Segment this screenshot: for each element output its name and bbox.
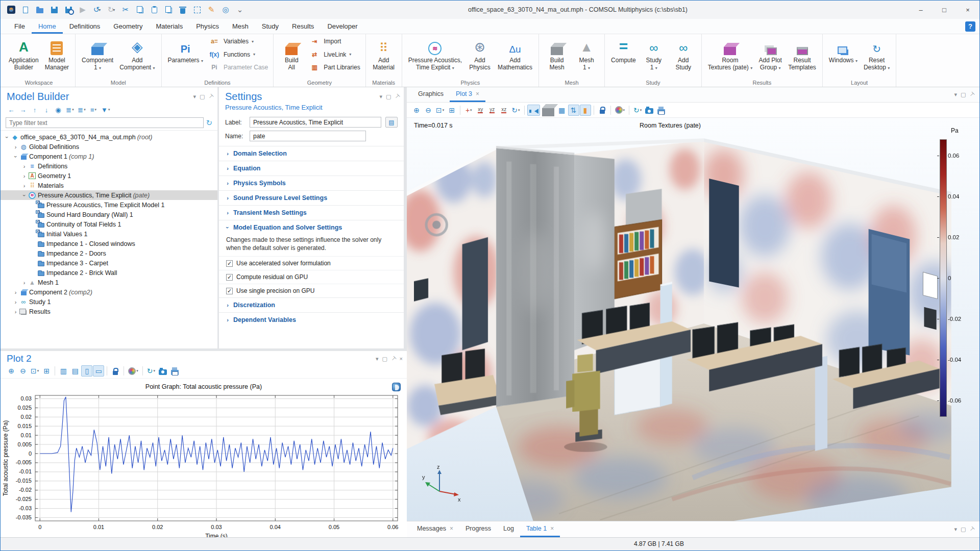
application-builder-button[interactable]: AApplicationBuilder bbox=[7, 36, 41, 71]
float-panel-icon[interactable]: ▢ bbox=[200, 94, 205, 99]
menu-tab-mesh[interactable]: Mesh bbox=[226, 19, 255, 34]
name-input[interactable] bbox=[250, 131, 366, 141]
zoom-in-button[interactable]: ⊕ bbox=[411, 105, 422, 116]
zoom-extents-button[interactable]: ⊞ bbox=[41, 365, 52, 377]
manual-axis-limits-button[interactable]: ▯ bbox=[81, 365, 92, 377]
expander-icon[interactable]: › bbox=[12, 309, 19, 315]
scene-transparency-button[interactable] bbox=[541, 105, 556, 116]
result-templates-button[interactable]: ResultTemplates bbox=[786, 36, 818, 71]
float-panel-icon[interactable]: ▢ bbox=[961, 92, 966, 97]
compute-button[interactable]: =Compute bbox=[609, 36, 638, 64]
settings-section-transient-mesh-settings[interactable]: ›Transient Mesh Settings bbox=[219, 205, 404, 220]
checkbox[interactable]: ✓ bbox=[226, 288, 233, 294]
zoom-extents-button[interactable]: ⊞ bbox=[446, 105, 457, 116]
settings-section-dependent-variables[interactable]: ›Dependent Variables bbox=[219, 312, 404, 327]
show-axis-orientation-button[interactable]: ⇅ bbox=[568, 105, 579, 116]
close-tab-icon[interactable]: × bbox=[476, 90, 479, 97]
model-manager-button[interactable]: ModelManager bbox=[43, 36, 71, 71]
lock-axes-button[interactable] bbox=[110, 365, 121, 377]
tree-node[interactable]: Impedance 1 - Closed windows bbox=[1, 239, 217, 248]
plot2-chart-area[interactable]: Point Graph: Total acoustic pressure (Pa… bbox=[1, 378, 407, 543]
expander-icon[interactable]: › bbox=[21, 163, 28, 169]
pin-icon[interactable]: ⊤ bbox=[389, 355, 397, 363]
settings-section-equation[interactable]: ›Equation bbox=[219, 161, 404, 176]
tree-node[interactable]: Pressure Acoustics, Time Explicit Model … bbox=[1, 200, 217, 210]
undo-button[interactable]: ↺▾ bbox=[90, 3, 104, 16]
tree-node[interactable]: Continuity of Total Fields 1 bbox=[1, 219, 217, 229]
tree-filter-input[interactable] bbox=[6, 117, 204, 128]
variables-button[interactable]: a=Variables▾ bbox=[208, 38, 268, 45]
find-button[interactable]: ◎ bbox=[219, 3, 232, 16]
forward-button[interactable]: → bbox=[17, 104, 29, 115]
open-button[interactable] bbox=[33, 3, 46, 16]
add-material-button[interactable]: ⠿AddMaterial bbox=[370, 36, 398, 71]
settings-section-model-equation-and-solver-settings[interactable]: ›Model Equation and Solver Settings bbox=[219, 220, 404, 235]
settings-section-physics-symbols[interactable]: ›Physics Symbols bbox=[219, 176, 404, 190]
add-plot-group-button[interactable]: Add PlotGroup ▾ bbox=[756, 36, 784, 72]
data-tooltip-button[interactable]: ▭ bbox=[93, 365, 104, 377]
dock-tab-table-1[interactable]: Table 1× bbox=[520, 521, 560, 537]
duplicate-button[interactable] bbox=[162, 3, 175, 16]
help-button[interactable]: ? bbox=[965, 21, 975, 32]
view-xz-button[interactable]: xz bbox=[498, 105, 509, 116]
add-component-button[interactable]: ◈AddComponent ▾ bbox=[117, 36, 157, 72]
tree-node[interactable]: Impedance 2 - Brick Wall bbox=[1, 268, 217, 278]
filter-button[interactable]: ▼▾ bbox=[100, 104, 111, 115]
copy-button[interactable] bbox=[133, 3, 146, 16]
float-panel-icon[interactable]: ▢ bbox=[382, 356, 387, 362]
tree-node[interactable]: ›◆office_space_63_30T0_N4_ma_out.mph(roo… bbox=[1, 132, 217, 142]
component-1-button[interactable]: Component1 ▾ bbox=[80, 36, 115, 72]
tree-node[interactable]: ›▲Mesh 1 bbox=[1, 278, 217, 287]
build-all-button[interactable]: BuildAll bbox=[278, 36, 305, 71]
tree-node[interactable]: Impedance 2 - Doors bbox=[1, 248, 217, 258]
tree-node[interactable]: ›AGeometry 1 bbox=[1, 171, 217, 181]
mesh-1-button[interactable]: ▲Mesh1 ▾ bbox=[573, 36, 600, 72]
expander-icon[interactable]: › bbox=[12, 289, 19, 295]
menu-tab-developer[interactable]: Developer bbox=[321, 19, 364, 34]
comsol-logo-icon[interactable] bbox=[392, 383, 401, 391]
float-panel-icon[interactable]: ▢ bbox=[961, 527, 966, 532]
update-view-button[interactable]: ↻▾ bbox=[632, 105, 643, 116]
settings-section-discretization[interactable]: ›Discretization bbox=[219, 297, 404, 312]
print-button[interactable] bbox=[655, 105, 667, 116]
graphics-tab-graphics[interactable]: Graphics bbox=[412, 87, 450, 102]
delete-button[interactable] bbox=[176, 3, 189, 16]
tree-node[interactable]: ›⠿Materials bbox=[1, 181, 217, 190]
tree-node[interactable]: ›≡Definitions bbox=[1, 161, 217, 171]
add-physics-button[interactable]: ⊛AddPhysics bbox=[466, 36, 494, 71]
comsol-app-button[interactable] bbox=[5, 3, 18, 16]
minimize-button[interactable]: – bbox=[909, 1, 933, 18]
tree-node[interactable]: ›Results bbox=[1, 307, 217, 316]
expander-icon[interactable]: › bbox=[13, 153, 19, 160]
color-theme-button[interactable]: ▾ bbox=[614, 105, 627, 116]
annotate-button[interactable]: ✎ bbox=[205, 3, 218, 16]
tree-node[interactable]: Initial Values 1 bbox=[1, 229, 217, 239]
panel-menu-icon[interactable]: ▾ bbox=[193, 94, 196, 99]
pin-icon[interactable]: ⊤ bbox=[968, 91, 976, 98]
save-button[interactable] bbox=[47, 3, 61, 16]
sync-icon[interactable]: ↻ bbox=[206, 118, 212, 128]
checkbox[interactable]: ✓ bbox=[226, 274, 233, 281]
tree-node[interactable]: ›Component 2(comp2) bbox=[1, 287, 217, 297]
paste-button[interactable] bbox=[148, 3, 161, 16]
show-button[interactable]: ◉ bbox=[53, 104, 64, 115]
menu-tab-materials[interactable]: Materials bbox=[149, 19, 189, 34]
study-1-button[interactable]: ∞Study1 ▾ bbox=[640, 36, 668, 72]
menu-tab-geometry[interactable]: Geometry bbox=[107, 19, 149, 34]
rotate-view-button[interactable]: ↻▾ bbox=[510, 105, 521, 116]
move-down-button[interactable]: ↓ bbox=[41, 104, 52, 115]
zoom-in-button[interactable]: ⊕ bbox=[6, 365, 17, 377]
expander-icon[interactable]: › bbox=[4, 134, 10, 140]
dock-tab-messages[interactable]: Messages× bbox=[411, 521, 459, 537]
checkbox[interactable]: ✓ bbox=[226, 260, 233, 267]
pin-icon[interactable]: ⊤ bbox=[968, 525, 976, 533]
tree-node[interactable]: ›∞Study 1 bbox=[1, 297, 217, 307]
add-study-button[interactable]: ∞AddStudy bbox=[670, 36, 697, 71]
pin-icon[interactable]: ⊤ bbox=[394, 93, 401, 101]
parameters-button[interactable]: PiParameters ▾ bbox=[166, 36, 205, 65]
menu-tab-file[interactable]: File bbox=[8, 19, 32, 34]
expander-icon[interactable]: › bbox=[21, 192, 28, 198]
zoom-out-button[interactable]: ⊖ bbox=[423, 105, 434, 116]
label-input[interactable] bbox=[250, 117, 381, 128]
expander-icon[interactable]: › bbox=[21, 280, 28, 286]
